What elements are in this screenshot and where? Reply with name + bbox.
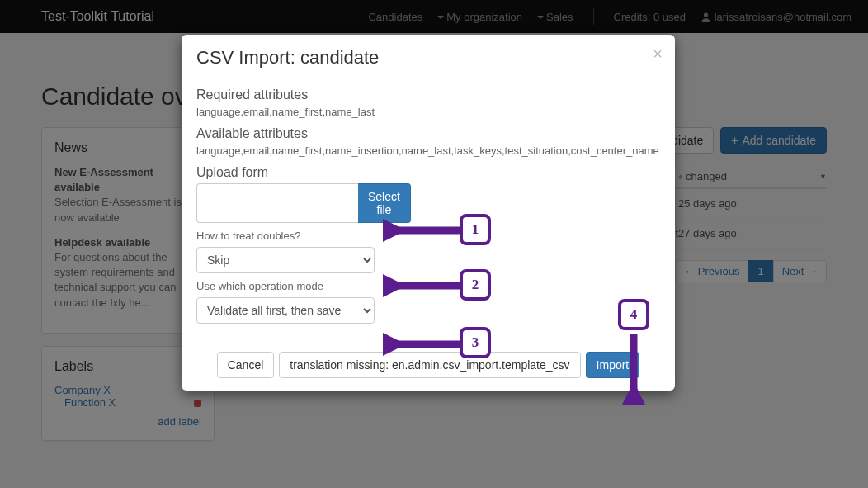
modal-close-button[interactable]: × bbox=[653, 45, 663, 64]
cancel-button[interactable]: Cancel bbox=[217, 352, 275, 378]
csv-import-modal: CSV Import: candidate × Required attribu… bbox=[182, 35, 675, 391]
mode-select[interactable]: Validate all first, then save bbox=[196, 297, 375, 324]
required-attrs-values: language,email,name_first,name_last bbox=[196, 106, 660, 118]
template-csv-button[interactable]: translation missing: en.admin.csv_import… bbox=[279, 352, 580, 378]
doubles-label: How to treat doubles? bbox=[196, 230, 660, 242]
modal-title: CSV Import: candidate bbox=[196, 47, 660, 69]
import-button[interactable]: Import bbox=[586, 352, 640, 378]
file-input[interactable] bbox=[196, 183, 358, 223]
mode-label: Use which operation mode bbox=[196, 280, 660, 292]
available-attrs-label: Available attributes bbox=[196, 126, 660, 141]
required-attrs-label: Required attributes bbox=[196, 88, 660, 102]
upload-form-label: Upload form bbox=[196, 165, 660, 180]
select-file-button[interactable]: Select file bbox=[358, 183, 411, 223]
doubles-select[interactable]: Skip bbox=[196, 247, 375, 273]
available-attrs-values: language,email,name_first,name_insertion… bbox=[196, 145, 660, 157]
